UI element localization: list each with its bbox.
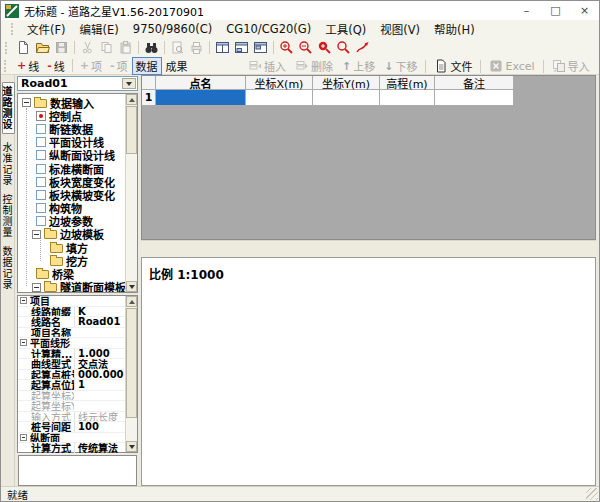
scroll-down-button[interactable] [126, 281, 137, 292]
import-button[interactable]: 导入 [548, 57, 594, 75]
checkbox-icon[interactable] [36, 177, 46, 187]
scrollbar-thumb[interactable] [126, 106, 137, 154]
tab-level-record[interactable]: 水准记录 [1, 142, 14, 186]
property-row-start-station[interactable]: 起算点桩号000.000 [18, 370, 125, 381]
property-row-line-prefix[interactable]: 线路前缀K [18, 307, 125, 318]
copy-button[interactable] [97, 39, 116, 56]
zoom-out-button[interactable] [296, 39, 315, 56]
menu-9750-9860[interactable]: 9750/9860(C) [126, 21, 219, 37]
tree-scrollbar[interactable] [125, 94, 137, 292]
print-button[interactable] [187, 39, 206, 56]
property-row-line-name[interactable]: 线路名Road01 [18, 317, 125, 328]
collapse-icon[interactable] [32, 230, 41, 239]
collapse-icon[interactable] [20, 434, 27, 441]
checkbox-icon[interactable] [36, 137, 46, 147]
menu-help[interactable]: 帮助(H) [427, 20, 482, 38]
zoom-window-button[interactable] [315, 39, 334, 56]
scroll-up-button[interactable] [126, 94, 137, 105]
maximize-button[interactable]: □ [541, 1, 570, 20]
menu-edit[interactable]: 编辑(E) [73, 20, 126, 38]
paste-button[interactable] [116, 39, 135, 56]
row-number-cell[interactable]: 1 [142, 90, 156, 106]
properties-scrollbar[interactable] [125, 296, 137, 452]
table-corner-cell[interactable] [142, 76, 156, 90]
checkbox-icon[interactable] [36, 190, 46, 200]
cell-coord-y[interactable] [313, 90, 380, 106]
menu-view[interactable]: 视图(V) [373, 20, 427, 38]
checkbox-icon[interactable] [36, 164, 46, 174]
result-view-toggle[interactable]: 成果 [162, 57, 192, 75]
save-file-button[interactable] [52, 39, 71, 56]
scrollbar-thumb[interactable] [126, 308, 137, 418]
collapse-icon[interactable] [20, 297, 27, 304]
cell-coord-x[interactable] [246, 90, 313, 106]
tab-road-survey[interactable]: 道路测设 [2, 82, 15, 134]
menu-cg10-cg20[interactable]: CG10/CG20(G) [219, 21, 318, 37]
export-button[interactable]: 导出 [595, 57, 600, 75]
move-down-button[interactable]: ↓下移 [380, 57, 421, 75]
property-row-start-y[interactable]: 起算坐标Y [18, 401, 125, 412]
menu-file[interactable]: 文件(F) [20, 20, 73, 38]
checkbox-icon[interactable] [36, 150, 46, 160]
collapse-icon[interactable] [32, 283, 41, 292]
road-select-combobox[interactable]: Road01 [17, 76, 138, 91]
cell-elevation[interactable] [380, 90, 435, 106]
property-row-input-mode[interactable]: 输入方式线元长度 [18, 412, 125, 423]
delete-row-button[interactable]: 删除 [291, 57, 337, 75]
cut-button[interactable] [78, 39, 97, 56]
column-header-remark[interactable]: 备注 [435, 76, 514, 90]
window-pane-bottom-button[interactable] [232, 39, 251, 56]
move-up-button[interactable]: ↑上移 [338, 57, 379, 75]
tab-control-survey[interactable]: 控制测量 [1, 194, 14, 238]
property-group-plan-alignment[interactable]: 平面线形 [18, 338, 125, 349]
tree-item-cut[interactable]: 挖方 [18, 254, 137, 267]
window-pane-small-button[interactable] [251, 39, 270, 56]
print-preview-button[interactable] [168, 39, 187, 56]
property-row-station-interval[interactable]: 桩号间距100 [18, 422, 125, 433]
close-button[interactable]: × [570, 1, 599, 20]
cell-remark[interactable] [435, 90, 514, 106]
tree-item-tunnel-template[interactable]: 隧道断面模板 [18, 281, 137, 293]
new-file-button[interactable] [14, 39, 33, 56]
remove-line-button[interactable]: -线 [43, 57, 69, 75]
minimize-button[interactable]: – [512, 1, 541, 20]
file-button[interactable]: 文件 [430, 57, 476, 75]
add-item-button[interactable]: +项 [76, 57, 106, 75]
property-group-project[interactable]: 项目 [18, 296, 125, 307]
zoom-in-button[interactable] [277, 39, 296, 56]
property-row-start-x[interactable]: 起算坐标X [18, 391, 125, 402]
tab-data-record[interactable]: 数据记录 [1, 246, 14, 290]
excel-button[interactable]: Excel [485, 58, 538, 74]
scroll-down-button[interactable] [126, 441, 137, 452]
column-header-elevation[interactable]: 高程(m) [380, 76, 435, 90]
checkbox-icon[interactable] [36, 203, 46, 213]
collapse-icon[interactable] [22, 98, 31, 107]
pan-button[interactable] [353, 39, 372, 56]
combobox-dropdown-button[interactable] [122, 78, 136, 89]
checkbox-icon[interactable] [36, 216, 46, 226]
column-header-coord-x[interactable]: 坐标X(m) [246, 76, 313, 90]
data-view-toggle[interactable]: 数据 [132, 57, 162, 75]
checkbox-icon[interactable] [36, 124, 46, 134]
property-group-profile[interactable]: 纵断面 [18, 433, 125, 444]
property-row-curve-type[interactable]: 曲线型式交点法 [18, 359, 125, 370]
scroll-up-button[interactable] [126, 296, 137, 307]
resize-grip[interactable] [586, 488, 598, 500]
property-row-project-name[interactable]: 项目名称 [18, 328, 125, 339]
radio-selected-icon[interactable] [36, 111, 46, 121]
menu-tools[interactable]: 工具(Q) [318, 20, 373, 38]
zoom-full-button[interactable] [334, 39, 353, 56]
column-header-point-name[interactable]: 点名 [156, 76, 246, 90]
collapse-icon[interactable] [20, 339, 27, 346]
property-row-start-position[interactable]: 起算点位置1 [18, 380, 125, 391]
find-button[interactable] [142, 39, 161, 56]
add-line-button[interactable]: +线 [13, 57, 43, 75]
open-file-button[interactable] [33, 39, 52, 56]
remove-item-button[interactable]: -项 [106, 57, 132, 75]
panel-splitter[interactable] [141, 240, 596, 257]
window-split-button[interactable] [213, 39, 232, 56]
cell-point-name-selected[interactable] [156, 90, 246, 106]
property-row-calc-method[interactable]: 计算方式传统算法 [18, 443, 125, 454]
drawing-canvas[interactable]: 比例 1:1000 [141, 257, 596, 486]
property-row-calc-precision[interactable]: 计算精...1.000 [18, 349, 125, 360]
